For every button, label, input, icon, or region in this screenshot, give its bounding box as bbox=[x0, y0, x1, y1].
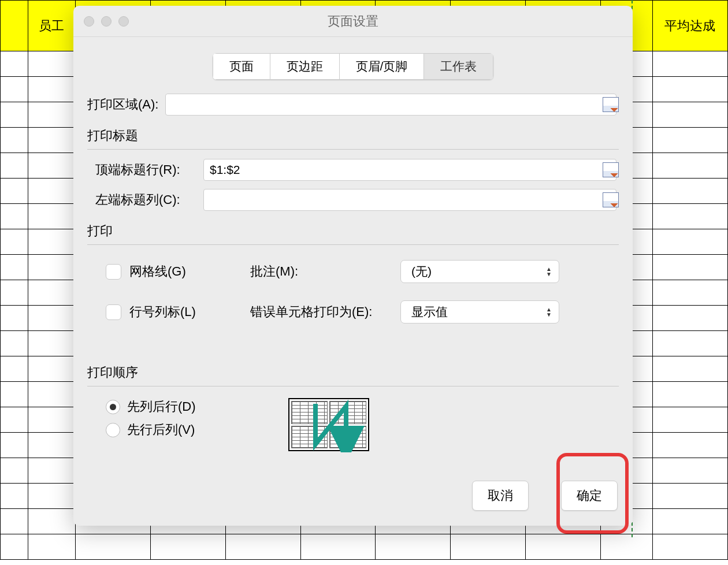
zoom-window-icon[interactable] bbox=[118, 16, 129, 27]
range-picker-icon[interactable] bbox=[603, 192, 619, 207]
over-then-down-label: 先行后列(V) bbox=[127, 421, 195, 438]
errors-label: 错误单元格打印为(E): bbox=[250, 303, 400, 321]
header-cell-employee: 员工 bbox=[28, 1, 75, 51]
close-window-icon[interactable] bbox=[84, 16, 94, 27]
tab-sheet[interactable]: 工作表 bbox=[424, 53, 493, 80]
row-col-headers-label: 行号列标(L) bbox=[129, 303, 196, 321]
tab-bar: 页面 页边距 页眉/页脚 工作表 bbox=[73, 53, 633, 80]
rows-repeat-input[interactable] bbox=[203, 159, 616, 181]
cols-repeat-label: 左端标题列(C): bbox=[95, 191, 196, 209]
divider bbox=[87, 244, 619, 245]
errors-select[interactable]: 显示值 ▲▼ bbox=[400, 300, 559, 324]
gridlines-label: 网格线(G) bbox=[129, 263, 186, 280]
ok-button[interactable]: 确定 bbox=[561, 481, 618, 511]
page-order-section-label: 打印顺序 bbox=[87, 364, 619, 381]
tab-margins[interactable]: 页边距 bbox=[270, 53, 339, 80]
down-then-over-label: 先列后行(D) bbox=[127, 398, 196, 415]
page-setup-dialog: 页面设置 页面 页边距 页眉/页脚 工作表 打印区域(A): 打印标题 顶端标题… bbox=[73, 6, 633, 526]
comments-select-value: (无) bbox=[411, 263, 432, 280]
comments-label: 批注(M): bbox=[250, 263, 400, 280]
minimize-window-icon[interactable] bbox=[101, 16, 112, 27]
select-arrows-icon: ▲▼ bbox=[546, 267, 552, 276]
print-area-input[interactable] bbox=[165, 94, 616, 116]
tab-header-footer[interactable]: 页眉/页脚 bbox=[339, 53, 424, 80]
print-area-label: 打印区域(A): bbox=[87, 96, 158, 113]
row-col-headers-checkbox[interactable] bbox=[106, 304, 121, 320]
rows-repeat-label: 顶端标题行(R): bbox=[95, 161, 196, 179]
header-cell-avg: 平均达成 bbox=[652, 1, 727, 51]
cancel-button[interactable]: 取消 bbox=[472, 481, 529, 511]
range-picker-icon[interactable] bbox=[603, 162, 619, 177]
gridlines-checkbox[interactable] bbox=[106, 264, 121, 280]
print-section-label: 打印 bbox=[87, 222, 619, 240]
cols-repeat-input[interactable] bbox=[203, 189, 616, 211]
page-order-diagram bbox=[288, 398, 369, 451]
errors-select-value: 显示值 bbox=[411, 304, 448, 320]
tab-page[interactable]: 页面 bbox=[213, 53, 270, 80]
comments-select[interactable]: (无) ▲▼ bbox=[400, 260, 559, 283]
divider bbox=[87, 386, 619, 386]
select-arrows-icon: ▲▼ bbox=[546, 307, 552, 317]
over-then-down-radio[interactable] bbox=[106, 423, 120, 437]
divider bbox=[87, 149, 619, 150]
dialog-title: 页面设置 bbox=[73, 13, 633, 30]
print-titles-section-label: 打印标题 bbox=[87, 127, 619, 144]
down-then-over-radio[interactable] bbox=[106, 400, 120, 414]
dialog-titlebar: 页面设置 bbox=[73, 6, 633, 37]
range-picker-icon[interactable] bbox=[603, 97, 619, 112]
